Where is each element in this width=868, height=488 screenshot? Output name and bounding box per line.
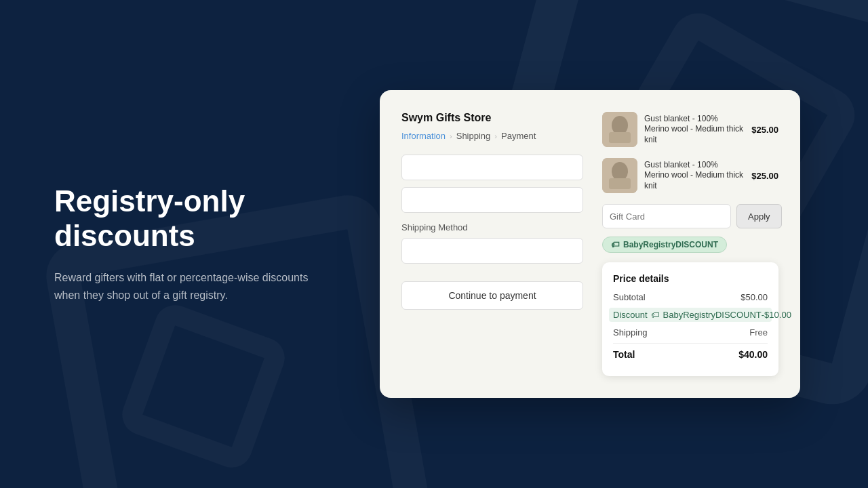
breadcrumb-sep-1: › — [450, 132, 452, 140]
svg-rect-2 — [609, 132, 631, 143]
product-price-1: $25.00 — [751, 125, 778, 135]
gift-card-row: Apply — [602, 204, 778, 228]
shipping-method-input[interactable] — [401, 238, 583, 264]
checkout-card: Swym Gifts Store Information › Shipping … — [380, 90, 800, 398]
discount-badge: 🏷 BabyRegistryDISCOUNT — [602, 237, 727, 253]
form-input-2[interactable] — [401, 187, 583, 213]
discount-row: Discount 🏷 BabyRegistryDISCOUNT -$10.00 — [609, 308, 772, 322]
product-item-2: Gust blanket - 100% Merino wool - Medium… — [602, 158, 778, 193]
store-name: Swym Gifts Store — [401, 112, 583, 124]
breadcrumb-shipping: Shipping — [456, 131, 491, 141]
shipping-method-label: Shipping Method — [401, 222, 583, 232]
continue-to-payment-button[interactable]: Continue to payment — [401, 281, 583, 310]
bg-shape-3 — [117, 300, 290, 473]
total-row: Total $40.00 — [613, 343, 768, 360]
product-price-2: $25.00 — [751, 171, 778, 181]
sub-text: Reward gifters with flat or percentage-w… — [54, 269, 312, 304]
discount-value: -$10.00 — [762, 310, 791, 320]
product-info-2: Gust blanket - 100% Merino wool - Medium… — [644, 160, 745, 192]
gift-card-input[interactable] — [602, 204, 731, 228]
price-details-title: Price details — [613, 273, 768, 284]
total-value: $40.00 — [738, 349, 768, 360]
breadcrumb-sep-2: › — [494, 132, 497, 140]
svg-point-1 — [612, 116, 628, 135]
breadcrumb-payment: Payment — [501, 131, 536, 141]
product-thumb-1 — [602, 112, 637, 147]
product-thumb-2 — [602, 158, 637, 193]
product-item-1: Gust blanket - 100% Merino wool - Medium… — [602, 112, 778, 147]
subtotal-value: $50.00 — [741, 292, 768, 302]
price-details-card: Price details Subtotal $50.00 Discount 🏷… — [602, 262, 778, 376]
subtotal-row: Subtotal $50.00 — [613, 292, 768, 302]
form-input-1[interactable] — [401, 155, 583, 180]
discount-code: BabyRegistryDISCOUNT — [663, 310, 762, 320]
discount-tag-icon: 🏷 — [651, 310, 660, 320]
shipping-row: Shipping Free — [613, 327, 768, 338]
product-info-1: Gust blanket - 100% Merino wool - Medium… — [644, 114, 745, 146]
svg-point-4 — [612, 162, 628, 181]
breadcrumb-information[interactable]: Information — [401, 131, 446, 141]
product-name-1: Gust blanket - 100% Merino wool - Medium… — [644, 114, 745, 146]
total-label: Total — [613, 349, 635, 360]
apply-button[interactable]: Apply — [736, 204, 782, 228]
discount-text: Discount — [613, 310, 648, 320]
tag-icon: 🏷 — [611, 240, 619, 249]
main-heading: Registry-onlydiscounts — [54, 184, 339, 253]
svg-rect-5 — [609, 178, 631, 189]
order-summary: Gust blanket - 100% Merino wool - Medium… — [602, 112, 778, 376]
breadcrumb: Information › Shipping › Payment — [401, 131, 583, 141]
discount-label: Discount 🏷 BabyRegistryDISCOUNT — [613, 310, 762, 320]
shipping-label: Shipping — [613, 327, 648, 338]
form-section: Swym Gifts Store Information › Shipping … — [401, 112, 583, 376]
left-section: Registry-onlydiscounts Reward gifters wi… — [54, 184, 339, 304]
subtotal-label: Subtotal — [613, 292, 646, 302]
shipping-value: Free — [749, 327, 768, 338]
product-name-2: Gust blanket - 100% Merino wool - Medium… — [644, 160, 745, 192]
discount-badge-text: BabyRegistryDISCOUNT — [623, 240, 718, 249]
